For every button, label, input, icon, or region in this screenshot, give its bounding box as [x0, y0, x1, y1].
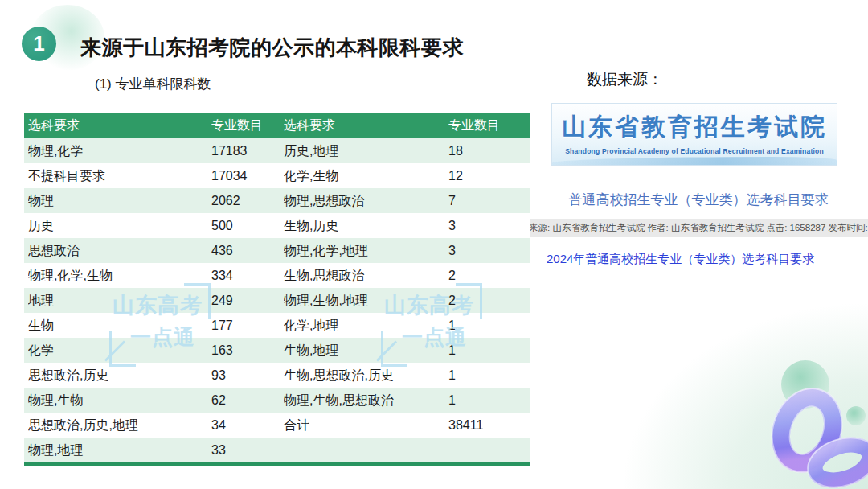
table-row: 思想政治,历史93生物,思想政治,历史1	[24, 363, 530, 388]
column-header: 选科要求	[28, 113, 211, 138]
article-meta-bar: 来源: 山东省教育招生考试院 作者: 山东省教育招生考试院 点击: 165828…	[529, 219, 868, 237]
major-count-cell: 2062	[211, 188, 284, 213]
page-title: 来源于山东招考院的公示的本科限科要求	[80, 34, 464, 62]
table-row: 地理249物理,生物,地理2	[24, 288, 530, 313]
subject-combo-cell: 物理,化学,生物	[28, 263, 211, 288]
major-count-cell: 12	[448, 163, 530, 188]
subject-combo-cell: 物理,生物,思想政治	[284, 388, 448, 413]
subject-combo-cell: 思想政治,历史,地理	[28, 413, 211, 438]
subject-combo-cell: 历史	[28, 213, 211, 238]
table-row: 思想政治436物理,化学,地理3	[24, 238, 530, 263]
table-header-row: 选科要求 专业数目 选科要求 专业数目	[24, 113, 530, 138]
subject-combo-cell: 化学	[28, 338, 211, 363]
subject-combo-cell: 物理,化学	[28, 138, 211, 163]
subject-combo-cell: 不提科目要求	[28, 163, 211, 188]
subject-combo-cell: 物理,思想政治	[284, 188, 448, 213]
table-row: 不提科目要求17034化学,生物12	[24, 163, 530, 188]
major-count-cell: 177	[211, 313, 284, 338]
major-count-cell: 38411	[448, 413, 530, 438]
subject-combo-cell: 物理	[28, 188, 211, 213]
table-row: 物理,化学17183历史,地理18	[24, 138, 530, 163]
column-header: 选科要求	[284, 113, 448, 138]
subject-combo-cell: 生物,地理	[284, 338, 448, 363]
major-count-cell: 3	[448, 213, 530, 238]
subject-combo-cell: 生物,历史	[284, 213, 448, 238]
article-title: 普通高校招生专业（专业类）选考科目要求	[529, 191, 868, 209]
section-subtitle: (1) 专业单科限科数	[95, 75, 211, 93]
table-row: 化学163生物,地理1	[24, 338, 530, 363]
subject-combo-cell: 思想政治,历史	[28, 363, 211, 388]
subject-combo-cell: 生物,思想政治	[284, 263, 448, 288]
subject-combo-cell: 合计	[284, 413, 448, 438]
major-count-cell: 2	[448, 263, 530, 288]
major-count-cell: 1	[448, 363, 530, 388]
column-header: 专业数目	[211, 113, 284, 138]
table-row: 物理,化学,生物334生物,思想政治2	[24, 263, 530, 288]
major-count-cell: 3	[448, 238, 530, 263]
subject-combo-cell: 地理	[28, 288, 211, 313]
table-row: 历史500生物,历史3	[24, 213, 530, 238]
subject-combo-cell: 生物,思想政治,历史	[284, 363, 448, 388]
data-source-label: 数据来源：	[587, 69, 663, 90]
major-count-cell: 1	[448, 388, 530, 413]
column-header: 专业数目	[448, 113, 530, 138]
major-count-cell: 500	[211, 213, 284, 238]
major-count-cell: 17183	[211, 138, 284, 163]
major-count-cell: 1	[448, 338, 530, 363]
subject-combo-cell: 物理,化学,地理	[284, 238, 448, 263]
exam-authority-logo: 山东省教育招生考试院 Shandong Provincial Academy o…	[551, 103, 837, 166]
major-count-cell: 18	[448, 138, 530, 163]
major-count-cell: 249	[211, 288, 284, 313]
subject-combo-cell: 物理,生物,地理	[284, 288, 448, 313]
subject-combo-cell: 思想政治	[28, 238, 211, 263]
major-count-cell: 1	[448, 313, 530, 338]
major-count-cell: 33	[211, 438, 284, 462]
major-count-cell	[448, 438, 530, 462]
subject-combo-cell	[284, 438, 448, 462]
subject-combo-cell: 化学,地理	[284, 313, 448, 338]
logo-title-zh: 山东省教育招生考试院	[552, 111, 837, 144]
table-row: 生物177化学,地理1	[24, 313, 530, 338]
major-count-cell: 334	[211, 263, 284, 288]
logo-title-en: Shandong Provincial Academy of Education…	[552, 147, 837, 155]
major-count-cell: 34	[211, 413, 284, 438]
subject-combo-cell: 物理,生物	[28, 388, 211, 413]
table-body: 物理,化学17183历史,地理18不提科目要求17034化学,生物12物理206…	[24, 138, 530, 462]
large-ring-icon	[760, 379, 853, 482]
subject-combo-cell: 生物	[28, 313, 211, 338]
subject-requirements-table: 选科要求 专业数目 选科要求 专业数目 物理,化学17183历史,地理18不提科…	[24, 113, 530, 466]
major-count-cell: 62	[211, 388, 284, 413]
table-row: 物理,地理33	[24, 438, 530, 462]
slide: 1 来源于山东招考院的公示的本科限科要求 (1) 专业单科限科数 选科要求 专业…	[0, 0, 868, 489]
table-row: 物理,生物62物理,生物,思想政治1	[24, 388, 530, 413]
major-count-cell: 17034	[211, 163, 284, 188]
article-link[interactable]: 2024年普通高校招生专业（专业类）选考科目要求	[547, 252, 814, 267]
subject-combo-cell: 物理,地理	[28, 438, 211, 462]
major-count-cell: 436	[211, 238, 284, 263]
green-dot-decoration	[846, 406, 866, 425]
subject-combo-cell: 历史,地理	[284, 138, 448, 163]
table-row: 思想政治,历史,地理34合计38411	[24, 413, 530, 438]
major-count-cell: 93	[211, 363, 284, 388]
table-row: 物理2062物理,思想政治7	[24, 188, 530, 213]
major-count-cell: 2	[448, 288, 530, 313]
subject-combo-cell: 化学,生物	[284, 163, 448, 188]
major-count-cell: 7	[448, 188, 530, 213]
glass-rings-decoration	[739, 354, 868, 489]
section-number-badge: 1	[22, 27, 56, 61]
major-count-cell: 163	[211, 338, 284, 363]
